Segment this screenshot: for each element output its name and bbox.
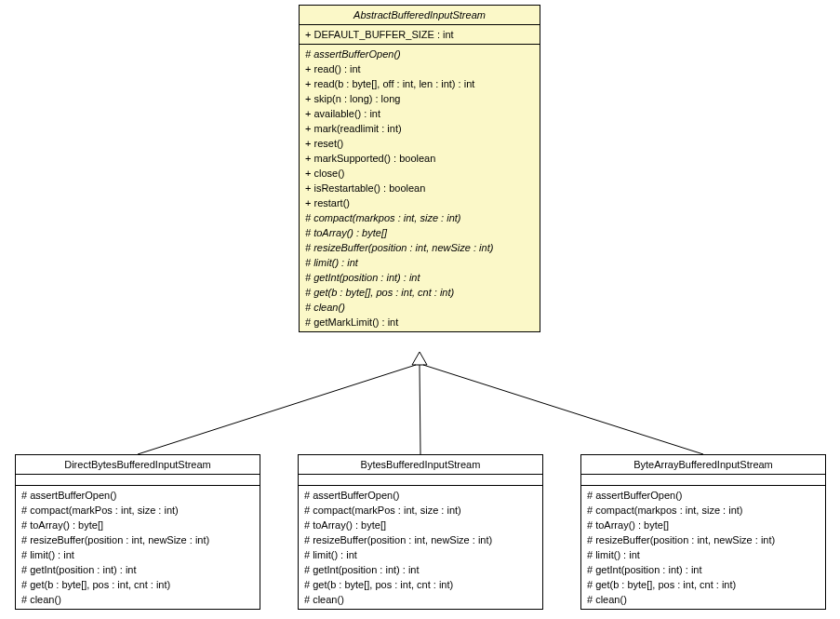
member-row: # resizeBuffer(position : int, newSize :… (304, 532, 537, 547)
member-row: + read(b : byte[], off : int, len : int)… (305, 76, 534, 91)
class-attributes: + DEFAULT_BUFFER_SIZE : int (300, 25, 540, 45)
member-row: # limit() : int (21, 547, 254, 562)
class-name: DirectBytesBufferedInputStream (16, 455, 260, 475)
arrowhead-inheritance (412, 352, 427, 365)
member-row: + mark(readlimit : int) (305, 121, 534, 136)
member-row: # toArray() : byte[] (304, 518, 537, 532)
member-row: + markSupported() : boolean (305, 151, 534, 166)
uml-class-child: BytesBufferedInputStream # assertBufferO… (298, 454, 543, 610)
member-row: # get(b : byte[], pos : int, cnt : int) (587, 577, 820, 592)
class-attributes (299, 475, 542, 486)
member-row: + isRestartable() : boolean (305, 181, 534, 195)
member-row: # clean() (305, 300, 534, 315)
member-row: + close() (305, 166, 534, 181)
member-row: # resizeBuffer(position : int, newSize :… (587, 532, 820, 547)
class-attributes (581, 475, 825, 486)
class-operations: # assertBufferOpen()# compact(markpos : … (581, 486, 825, 609)
svg-marker-0 (412, 352, 427, 365)
member-row: # getInt(position : int) : int (21, 562, 254, 577)
member-row: # limit() : int (304, 547, 537, 562)
connector-line (420, 365, 420, 454)
member-row: # toArray() : byte[] (21, 518, 254, 532)
uml-class-child: ByteArrayBufferedInputStream # assertBuf… (580, 454, 826, 610)
member-row: + skip(n : long) : long (305, 91, 534, 106)
member-row: # clean() (21, 592, 254, 607)
class-attributes (16, 475, 260, 486)
connector-line (138, 365, 416, 454)
member-row: # get(b : byte[], pos : int, cnt : int) (304, 577, 537, 592)
member-row: # assertBufferOpen() (305, 47, 534, 61)
member-row: # limit() : int (305, 255, 534, 270)
member-row: # getMarkLimit() : int (305, 315, 534, 330)
class-name: ByteArrayBufferedInputStream (581, 455, 825, 475)
member-row: # toArray() : byte[] (305, 225, 534, 240)
member-row: # compact(markPos : int, size : int) (21, 503, 254, 518)
member-row: # getInt(position : int) : int (587, 562, 820, 577)
member-row: # toArray() : byte[] (587, 518, 820, 532)
member-row: # resizeBuffer(position : int, newSize :… (305, 240, 534, 255)
class-name: BytesBufferedInputStream (299, 455, 542, 475)
uml-class-abstract: AbstractBufferedInputStream + DEFAULT_BU… (299, 5, 540, 332)
class-operations: # assertBufferOpen()# compact(markPos : … (299, 486, 542, 609)
member-row: # getInt(position : int) : int (305, 270, 534, 285)
member-row: # clean() (587, 592, 820, 607)
member-row: # limit() : int (587, 547, 820, 562)
member-row: # assertBufferOpen() (304, 488, 537, 503)
member-row: # get(b : byte[], pos : int, cnt : int) (21, 577, 254, 592)
member-row: # getInt(position : int) : int (304, 562, 537, 577)
member-row: # assertBufferOpen() (21, 488, 254, 503)
member-row: # compact(markpos : int, size : int) (587, 503, 820, 518)
member-row: # resizeBuffer(position : int, newSize :… (21, 532, 254, 547)
connector-line (423, 365, 703, 454)
class-name: AbstractBufferedInputStream (300, 6, 540, 25)
member-row: + restart() (305, 195, 534, 210)
member-row: + reset() (305, 136, 534, 151)
member-row: # compact(markPos : int, size : int) (304, 503, 537, 518)
member-row: + available() : int (305, 106, 534, 121)
uml-class-child: DirectBytesBufferedInputStream # assertB… (15, 454, 260, 610)
member-row: # assertBufferOpen() (587, 488, 820, 503)
class-operations: # assertBufferOpen()# compact(markPos : … (16, 486, 260, 609)
member-row: + DEFAULT_BUFFER_SIZE : int (305, 27, 534, 42)
member-row: # clean() (304, 592, 537, 607)
member-row: # get(b : byte[], pos : int, cnt : int) (305, 285, 534, 300)
class-operations: # assertBufferOpen()+ read() : int+ read… (300, 45, 540, 331)
member-row: + read() : int (305, 61, 534, 76)
member-row: # compact(markpos : int, size : int) (305, 210, 534, 225)
